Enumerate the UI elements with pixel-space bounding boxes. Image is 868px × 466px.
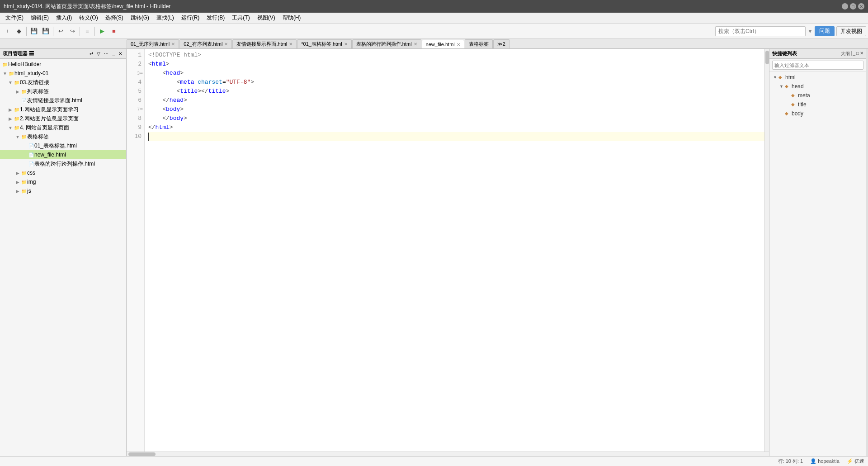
tree-item-friend-html[interactable]: 📄 友情链接显示界面.html <box>0 96 126 105</box>
menu-transform[interactable]: 转义(O) <box>75 13 101 23</box>
tree-item-img[interactable]: ▶ 📁 img <box>0 177 126 186</box>
sidebar-close-btn[interactable]: ✕ <box>117 51 123 57</box>
outline-item-html[interactable]: ▼ ◆ html <box>769 73 866 82</box>
tb-new-btn[interactable]: + <box>2 26 13 37</box>
tree-label: css <box>27 170 35 176</box>
menu-find[interactable]: 查找(L) <box>153 13 178 23</box>
menu-select[interactable]: 选择(S) <box>102 13 127 23</box>
search-dropdown-btn[interactable]: ▼ <box>807 28 813 34</box>
status-position: 行: 10 列: 1 <box>778 458 803 465</box>
h-scrollbar-thumb[interactable] <box>128 452 156 456</box>
code-token: > <box>184 96 187 105</box>
horizontal-scrollbar[interactable] <box>127 452 769 456</box>
sidebar-more-btn[interactable]: ⋯ <box>103 51 110 57</box>
tab-0[interactable]: 01_无序列表.html ✕ <box>127 39 179 48</box>
menu-publish[interactable]: 发行(B) <box>203 13 228 23</box>
tree-item-css[interactable]: ▶ 📁 css <box>0 168 126 177</box>
right-edge-handle[interactable] <box>866 49 868 456</box>
outline-item-body[interactable]: ◆ body <box>769 109 866 118</box>
close-button[interactable]: ✕ <box>858 3 864 10</box>
tree-item-list[interactable]: ▶ 📁 列表标签 <box>0 87 126 96</box>
editor-container[interactable]: 1 2 3= 4 5 6 7= 8 9 10 <!DOCTYPE html> <… <box>127 49 769 452</box>
tb-undo-btn[interactable]: ↩ <box>55 26 66 37</box>
tb-stop-btn[interactable]: ■ <box>108 26 119 37</box>
tree-item-homepage[interactable]: ▼ 📁 4. 网站首页显示页面 <box>0 123 126 132</box>
outline-item-meta[interactable]: ◆ meta <box>769 91 866 100</box>
code-token: < <box>148 60 152 69</box>
minimize-button[interactable]: — <box>842 3 848 10</box>
tab-2[interactable]: 友情链接显示界面.html ✕ <box>232 39 297 48</box>
tree-item-hellobuilder[interactable]: 📁 HelloHBuilder <box>0 60 126 69</box>
tree-item-table-cross[interactable]: 📄 表格的跨行跨列操作.html <box>0 159 126 168</box>
menu-tools[interactable]: 工具(T) <box>228 13 253 23</box>
tree-item-htmlstudy[interactable]: ▼ 📁 html_study-01 <box>0 69 126 78</box>
folder-icon: 📁 <box>2 62 8 67</box>
tab-close-5[interactable]: ✕ <box>457 42 460 47</box>
sidebar-collapse-btn[interactable]: ▽ <box>95 51 102 57</box>
tab-5[interactable]: new_file.html ✕ <box>422 40 464 49</box>
folder-icon: 📁 <box>14 116 20 121</box>
tree-item-folder-03[interactable]: ▼ 📁 03.友情链接 <box>0 78 126 87</box>
tab-close-2[interactable]: ✕ <box>289 42 292 47</box>
tree-item-webimg[interactable]: ▶ 📁 2.网站图片信息显示页面 <box>0 114 126 123</box>
line-num-4: 4 <box>127 78 144 87</box>
maximize-button[interactable]: □ <box>850 3 856 10</box>
sidebar-header-btns: ⇄ ▽ ⋯ _ ✕ <box>88 51 123 57</box>
tb-save-btn[interactable]: 💾 <box>28 26 39 37</box>
tb-format-btn[interactable]: ≡ <box>82 26 93 37</box>
menu-edit[interactable]: 编辑(E) <box>27 13 52 23</box>
tree-label: js <box>27 188 31 194</box>
tab-label-1: 02_有序列表.html <box>184 41 222 48</box>
code-editor[interactable]: <!DOCTYPE html> <html> <head> <meta char… <box>145 49 764 452</box>
toolbar-search: ▼ 问题 开发视图 <box>715 26 866 36</box>
tab-6[interactable]: 表格标签 <box>465 39 493 48</box>
tree-label: 2.网站图片信息显示页面 <box>20 115 79 123</box>
rp-close-btn[interactable]: ✕ <box>860 51 863 57</box>
sidebar-minimize-btn[interactable]: _ <box>111 51 116 57</box>
tree-item-newfile[interactable]: 📄 new_file.html <box>0 150 126 159</box>
tree-item-table-folder[interactable]: ▼ 📁 表格标签 <box>0 132 126 141</box>
cursor <box>148 133 149 141</box>
rp-expand-btn[interactable]: □ <box>856 51 859 57</box>
tab-close-1[interactable]: ✕ <box>224 42 228 47</box>
tab-7[interactable]: ≫2 <box>493 39 509 48</box>
scrollbar-thumb[interactable] <box>765 51 769 64</box>
tab-1[interactable]: 02_有序列表.html ✕ <box>179 39 232 48</box>
tree-item-js[interactable]: ▶ 📁 js <box>0 186 126 195</box>
rp-minimize-btn[interactable]: _ <box>853 51 855 57</box>
tb-redo-btn[interactable]: ↪ <box>67 26 78 37</box>
menu-file[interactable]: 文件(E) <box>2 13 27 23</box>
code-token: meta <box>180 78 194 87</box>
code-line-10[interactable] <box>148 132 764 141</box>
expand-icon: ▶ <box>7 107 14 112</box>
menu-run[interactable]: 运行(R) <box>178 13 203 23</box>
outline-filter-input[interactable] <box>772 61 863 70</box>
menu-insert[interactable]: 插入(I) <box>52 13 75 23</box>
outline-item-title[interactable]: ◆ title <box>769 100 866 109</box>
menu-help[interactable]: 帮助(H) <box>279 13 305 23</box>
tree-item-table01[interactable]: 📄 01_表格标签.html <box>0 141 126 150</box>
menu-goto[interactable]: 跳转(G) <box>127 13 153 23</box>
tab-close-4[interactable]: ✕ <box>414 42 417 47</box>
tb-add-btn[interactable]: ◆ <box>14 26 24 37</box>
outline-item-head[interactable]: ▼ ◆ head <box>769 82 866 91</box>
tab-4[interactable]: 表格的跨行跨列操作.html ✕ <box>352 39 421 48</box>
line-num-7: 7= <box>127 105 144 114</box>
tb-save-all-btn[interactable]: 💾 <box>40 26 51 37</box>
status-right: 行: 10 列: 1 👤 hopeaktia ⚡ 亿速 <box>778 458 864 465</box>
tab-3[interactable]: *01_表格标签.html ✕ <box>297 39 351 48</box>
tab-close-3[interactable]: ✕ <box>344 42 348 47</box>
tab-close-0[interactable]: ✕ <box>171 42 175 47</box>
outline-label: meta <box>798 92 810 99</box>
search-button[interactable]: 问题 <box>815 26 835 36</box>
tree-item-webinfo[interactable]: ▶ 📁 1.网站信息显示页面学习 <box>0 105 126 114</box>
devview-button[interactable]: 开发视图 <box>836 26 866 36</box>
tree-label: new_file.html <box>34 152 66 158</box>
vertical-scrollbar[interactable] <box>764 49 769 452</box>
sidebar-sync-btn[interactable]: ⇄ <box>88 51 94 57</box>
tree-label: 表格的跨行跨列操作.html <box>34 160 95 168</box>
menu-view[interactable]: 视图(V) <box>254 13 279 23</box>
search-input[interactable] <box>715 26 806 36</box>
tb-run-btn[interactable]: ▶ <box>97 26 108 37</box>
code-token <box>148 69 162 78</box>
